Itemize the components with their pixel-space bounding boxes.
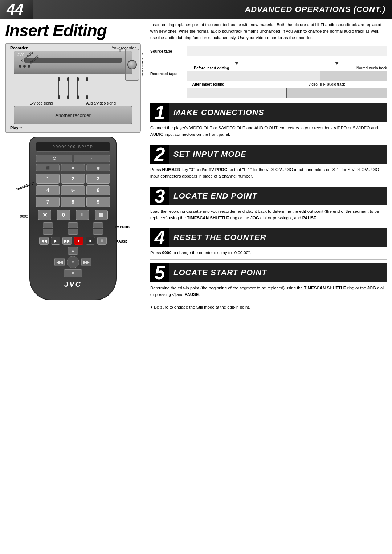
btn-input-2[interactable]: ◀▶ (61, 164, 85, 171)
step-5-body: Determine the edit-in point (the beginni… (150, 284, 387, 298)
cable-labels: S-Video signal Audio/Video signal (6, 101, 140, 106)
num-9-btn[interactable]: 9 (86, 197, 110, 207)
connector-6 (77, 95, 79, 99)
num-2-btn[interactable]: 2 (61, 174, 85, 184)
btn-input-3[interactable]: ⬤ (86, 164, 110, 171)
remote-display: 00000000 SP/EP (36, 142, 110, 152)
remote-brand: JVC (36, 280, 110, 289)
pause-btn[interactable]: ⏸ (97, 237, 107, 245)
num-5-btn[interactable]: 5• (61, 185, 85, 195)
power-btn[interactable]: ⏻ (36, 155, 72, 162)
step-1-header: 1 MAKE CONNECTIONS (150, 103, 387, 122)
another-recorder-device: Another recorder (14, 106, 132, 124)
tv-prog-side-label: TV PROG (115, 225, 130, 229)
cable-line-4 (87, 81, 87, 95)
btn-input-1[interactable]: ⬛ (36, 164, 60, 171)
main-content: Insert Editing Recorder Your recorder JV… (0, 22, 392, 309)
step-4-title-box: RESET THE COUNTER (169, 228, 387, 247)
cable-2 (67, 77, 69, 99)
nav-center-btn[interactable]: ▼ (67, 256, 79, 268)
pause-side-label: PAUSE (117, 240, 127, 243)
num-4-btn[interactable]: 4 (36, 185, 60, 195)
before-tape-bar (187, 71, 387, 81)
connector-1 (58, 77, 60, 81)
cable-area (6, 74, 140, 101)
step-4: 4 RESET THE COUNTER Press 0000 to change… (150, 228, 387, 260)
vcr-dot-2 (23, 65, 26, 68)
recorded-tape-before-row: Recorded tape Before insert editing Norm… (150, 66, 387, 81)
step-3-body: Load the recording cassette into your re… (150, 207, 387, 221)
step-3-title-box: LOCATE END POINT (169, 187, 387, 205)
vcr-dots (17, 65, 129, 68)
x-btn[interactable]: ✕ (38, 210, 51, 220)
btn-plus-3[interactable]: + (93, 222, 103, 228)
num-7-btn[interactable]: 7 (36, 197, 60, 207)
step-2: 2 SET INPUT MODE Press NUMBER key "0" an… (150, 145, 387, 183)
group-3: + – (93, 222, 103, 235)
vcr-device-area: Recorder Your recorder JVC (5, 43, 141, 133)
nav-top-row: ▲ (68, 247, 78, 255)
menu-btn[interactable]: ··· (74, 155, 110, 162)
remote-container: 00000000 SP/EP ⏻ ··· ⬛ ◀▶ ⬤ (5, 137, 141, 300)
before-insert-label: Before insert editing (194, 66, 229, 70)
mode-btn-row: ⬛ ◀▶ ⬤ (36, 164, 110, 171)
step-2-title: SET INPUT MODE (173, 150, 246, 159)
after-spacer (150, 88, 187, 98)
cable-3 (77, 77, 79, 99)
step-1-number: 1 (150, 103, 169, 122)
special-btn-2[interactable]: ⬜ (95, 210, 108, 220)
nav-mid-row: ◀◀ ▼ ▶▶ (54, 256, 91, 268)
number-label: NUMBER '0' (16, 182, 35, 191)
num-1-btn[interactable]: 1 (36, 174, 60, 184)
vol-up-btn[interactable]: + (43, 222, 53, 228)
nav-up-btn[interactable]: ▲ (68, 247, 78, 255)
recorded-tape-label: Recorded tape (150, 66, 187, 81)
nav-right-btn[interactable]: ▶▶ (81, 258, 91, 266)
connector-2 (58, 95, 60, 99)
nav-left-btn[interactable]: ◀◀ (54, 258, 65, 266)
timescan-label: TIMESCAN SHUTTLE (141, 53, 144, 79)
before-bar-left (187, 71, 320, 81)
chan-down-btn[interactable]: – (68, 229, 78, 235)
top-btn-row: ⏻ ··· (36, 155, 110, 162)
step-3-header: 3 LOCATE END POINT (150, 187, 387, 205)
tape-arrows (187, 58, 387, 65)
after-tape-bar (187, 88, 387, 98)
header-title: ADVANCED OPERATIONS (cont.) (245, 5, 385, 14)
before-bar-right (320, 71, 387, 81)
nav-down-btn[interactable]: ▼ (64, 269, 82, 277)
rew-btn[interactable]: ◀◀ (39, 237, 49, 245)
play-btn[interactable]: ▶ (51, 237, 60, 245)
step-3: 3 LOCATE END POINT Load the recording ca… (150, 187, 387, 225)
num-3-btn[interactable]: 3 (86, 174, 110, 184)
source-tape-bar (187, 46, 387, 56)
stop-btn[interactable]: ■ (86, 237, 95, 245)
cable-1 (58, 77, 60, 99)
step-2-number: 2 (150, 145, 169, 164)
remote-wrapper: 00000000 SP/EP ⏻ ··· ⬛ ◀▶ ⬤ (29, 137, 117, 300)
svideo-label: S-Video signal (30, 101, 53, 105)
vol-group: + – (43, 222, 53, 235)
chan-up-btn[interactable]: + (68, 222, 78, 228)
ffwd-btn[interactable]: ▶▶ (62, 237, 72, 245)
hand-pointer: ☞ (116, 46, 123, 55)
vcr-dot-1 (19, 65, 21, 68)
step-1-title-box: MAKE CONNECTIONS (169, 103, 387, 122)
tape-diagram: Source tape Recorded tape (150, 46, 387, 98)
zero-row: ✕ 0 ⠿ ⬜ (36, 210, 110, 220)
special-btn[interactable]: ⠿ (76, 210, 89, 220)
step-4-title: RESET THE COUNTER (173, 233, 266, 242)
num-8-btn[interactable]: 8 (61, 197, 85, 207)
step-1: 1 MAKE CONNECTIONS Connect the player's … (150, 103, 387, 141)
num-6-btn[interactable]: 6 (86, 185, 110, 195)
numpad: 1 2 3 4 5• 6 7 8 9 (36, 174, 110, 207)
source-tape-row: Source tape (150, 46, 387, 56)
nav-control: ▲ ◀◀ ▼ ▶▶ ▼ (36, 247, 110, 277)
after-insert-label-diag: After insert editing (192, 82, 225, 86)
btn-minus-3[interactable]: – (93, 229, 103, 235)
tape-arrows-2: After insert editing Video/Hi-Fi audio t… (150, 82, 387, 86)
rec-btn[interactable]: ● (74, 237, 83, 245)
normal-audio-label: Normal audio track (356, 66, 387, 70)
num-0-btn[interactable]: 0 (57, 210, 70, 220)
vol-down-btn[interactable]: – (43, 229, 53, 235)
